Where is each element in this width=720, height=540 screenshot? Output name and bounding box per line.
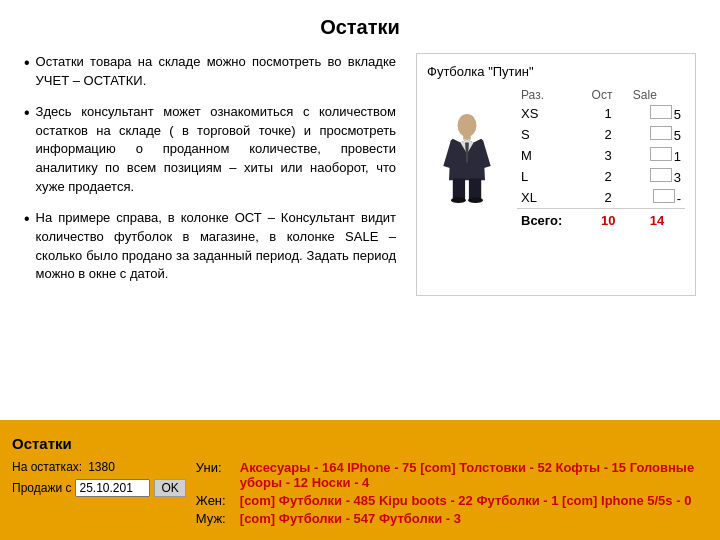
svg-point-4 bbox=[451, 197, 466, 203]
bullet-2: Здесь консультант может ознакомиться с к… bbox=[24, 103, 396, 197]
bullet-1: Остатки товара на складе можно посмотрет… bbox=[24, 53, 396, 91]
table-row: XS 1 5 bbox=[517, 103, 685, 124]
footer-right: Уни: Аксесуары - 164 IPhone - 75 [com] Т… bbox=[196, 460, 708, 526]
svg-point-5 bbox=[468, 197, 483, 203]
size-m: M bbox=[517, 145, 588, 166]
sale-l: 3 bbox=[629, 166, 685, 187]
table-row: M 3 1 bbox=[517, 145, 685, 166]
size-xs: XS bbox=[517, 103, 588, 124]
ost-xl: 2 bbox=[588, 187, 629, 209]
product-card: Футболка "Путин" bbox=[416, 53, 696, 296]
svg-rect-1 bbox=[463, 134, 471, 139]
size-s: S bbox=[517, 124, 588, 145]
total-ost: 10 bbox=[588, 209, 629, 231]
uni-label: Уни: bbox=[196, 460, 236, 490]
ost-l: 2 bbox=[588, 166, 629, 187]
ost-xs: 1 bbox=[588, 103, 629, 124]
total-sale: 14 bbox=[629, 209, 685, 231]
muz-items: [com] Футболки - 547 Футболки - 3 bbox=[240, 511, 708, 526]
total-label: Всего: bbox=[517, 209, 588, 231]
svg-point-0 bbox=[458, 114, 477, 137]
svg-rect-3 bbox=[469, 178, 481, 199]
ok-button[interactable]: OK bbox=[154, 479, 185, 497]
stock-count: 1380 bbox=[88, 460, 115, 474]
page-title: Остатки bbox=[24, 16, 696, 39]
ost-s: 2 bbox=[588, 124, 629, 145]
zhen-row: Жен: [com] Футболки - 485 Kipu boots - 2… bbox=[196, 493, 708, 508]
footer-bar: Остатки На остатках: 1380 Продажи с OK У… bbox=[0, 420, 720, 540]
footer-left: На остатках: 1380 Продажи с OK bbox=[12, 460, 186, 497]
table-row: S 2 5 bbox=[517, 124, 685, 145]
table-row: L 2 3 bbox=[517, 166, 685, 187]
zhen-items: [com] Футболки - 485 Kipu boots - 22 Фут… bbox=[240, 493, 708, 508]
product-title: Футболка "Путин" bbox=[427, 64, 685, 79]
size-l: L bbox=[517, 166, 588, 187]
stock-label: На остатках: bbox=[12, 460, 82, 474]
uni-row: Уни: Аксесуары - 164 IPhone - 75 [com] Т… bbox=[196, 460, 708, 490]
zhen-label: Жен: bbox=[196, 493, 236, 508]
table-row: XL 2 - bbox=[517, 187, 685, 209]
info-list: Остатки товара на складе можно посмотрет… bbox=[24, 53, 396, 296]
sale-xl: - bbox=[629, 187, 685, 209]
sale-s: 5 bbox=[629, 124, 685, 145]
col-ost: Ост bbox=[588, 87, 629, 103]
product-table: Раз. Ост Sale XS 1 5 S 2 bbox=[517, 87, 685, 230]
svg-rect-2 bbox=[453, 178, 465, 199]
muz-row: Муж: [com] Футболки - 547 Футболки - 3 bbox=[196, 511, 708, 526]
sale-m: 1 bbox=[629, 145, 685, 166]
uni-items: Аксесуары - 164 IPhone - 75 [com] Толсто… bbox=[240, 460, 708, 490]
stock-row: На остатках: 1380 bbox=[12, 460, 186, 474]
size-xl: XL bbox=[517, 187, 588, 209]
bullet-3: На примере справа, в колонке ОСТ – Консу… bbox=[24, 209, 396, 284]
muz-label: Муж: bbox=[196, 511, 236, 526]
ost-m: 3 bbox=[588, 145, 629, 166]
total-row: Всего: 10 14 bbox=[517, 209, 685, 231]
sales-label: Продажи с bbox=[12, 481, 71, 495]
footer-title: Остатки bbox=[12, 435, 708, 452]
sale-xs: 5 bbox=[629, 103, 685, 124]
col-size: Раз. bbox=[517, 87, 588, 103]
sales-date-row: Продажи с OK bbox=[12, 479, 186, 497]
sales-date-input[interactable] bbox=[75, 479, 150, 497]
col-sale: Sale bbox=[629, 87, 685, 103]
product-image bbox=[427, 87, 507, 230]
